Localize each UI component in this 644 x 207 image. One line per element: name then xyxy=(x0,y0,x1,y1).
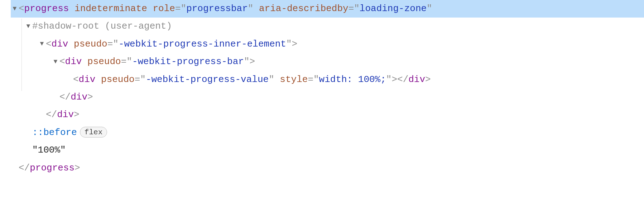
toggle-icon[interactable]: ▼ xyxy=(52,56,59,68)
attr-pseudo-value: -webkit-progress-inner-element xyxy=(119,35,286,53)
tag-close: progress xyxy=(30,159,75,177)
text-node-value: "100%" xyxy=(32,141,66,159)
attr-style-value: width: 100%; xyxy=(319,71,386,88)
pseudo-element-label: ::before xyxy=(32,124,77,141)
tree-row-progress-close[interactable]: </progress> xyxy=(11,159,644,177)
attr-aria-value: loading-zone xyxy=(360,0,427,18)
attr-pseudo-name: pseudo xyxy=(74,35,107,53)
attr-pseudo-name: pseudo xyxy=(87,53,121,71)
tag-name: progress xyxy=(24,0,69,18)
tree-row-close-div[interactable]: </div> xyxy=(11,106,644,124)
toggle-icon[interactable]: ▼ xyxy=(11,3,19,15)
tag-name: div xyxy=(79,71,96,88)
toggle-icon[interactable]: ▼ xyxy=(24,20,32,32)
attr-role-value: progressbar xyxy=(186,0,248,18)
attr-pseudo-name: pseudo xyxy=(101,71,135,88)
attr-style-name: style xyxy=(280,71,308,88)
attr-role-name: role xyxy=(153,0,175,18)
tree-row-inner-element-open[interactable]: ▼ <div pseudo="-webkit-progress-inner-el… xyxy=(11,35,644,53)
tree-row-text-node[interactable]: "100%" xyxy=(11,141,644,159)
tree-row-progress-value[interactable]: <div pseudo="-webkit-progress-value" sty… xyxy=(11,71,644,88)
tag-name: div xyxy=(52,35,68,53)
attr-pseudo-value: -webkit-progress-bar xyxy=(132,53,244,71)
toggle-icon[interactable]: ▼ xyxy=(38,38,46,50)
tree-row-close-div[interactable]: </div> xyxy=(11,88,644,106)
tree-row-shadow-root[interactable]: ▼ #shadow-root (user-agent) xyxy=(11,18,644,35)
tree-row-progress-open[interactable]: ▼ <progress indeterminate role="progress… xyxy=(11,0,644,18)
attr-aria-name: aria-describedby xyxy=(259,0,349,18)
tree-row-pseudo-before[interactable]: ::before flex xyxy=(11,124,644,141)
tag-name: div xyxy=(65,53,82,71)
angle-open: < xyxy=(19,0,24,18)
attr-pseudo-value: -webkit-progress-value xyxy=(146,71,269,88)
tag-close: div xyxy=(57,106,74,124)
tree-row-progress-bar-open[interactable]: ▼ <div pseudo="-webkit-progress-bar"> xyxy=(11,53,644,71)
attr-indeterminate: indeterminate xyxy=(75,0,147,18)
display-mode-chip: flex xyxy=(80,127,107,138)
tag-close: div xyxy=(71,88,87,106)
dom-tree: ▼ <progress indeterminate role="progress… xyxy=(0,0,644,177)
tag-close: div xyxy=(408,71,425,88)
shadow-root-label: #shadow-root (user-agent) xyxy=(32,18,172,35)
